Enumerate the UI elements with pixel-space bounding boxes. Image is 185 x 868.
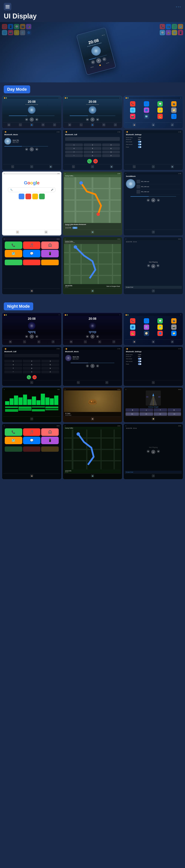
cp-messages[interactable]: 💬 <box>23 250 41 257</box>
n-app-msg[interactable]: 💬 <box>157 318 163 323</box>
n-dial-7[interactable]: 7 <box>4 367 22 370</box>
n-prev-1[interactable]: ⏮ <box>25 335 28 338</box>
n-dial-8[interactable]: 8 <box>23 367 41 370</box>
dial-3[interactable]: 3 <box>102 144 120 146</box>
cp-app1[interactable]: 📱 <box>41 250 59 257</box>
day-screen-launcher[interactable]: 📶 🔋 ≡ 📞 🎵 💬 🎬 🌐 🔵 ⚙️ 📁 📸 🗺️ 📻 🔵 <box>124 96 183 128</box>
n-np-play[interactable]: ▶ <box>151 450 155 454</box>
social-next[interactable]: ⏭ <box>157 199 160 202</box>
day-screen-carplay[interactable]: ≡ 18:64 📞 🎵 🎧 🗺️ 💬 📱 🏠 <box>2 237 61 294</box>
n-app-bt2[interactable]: 🔵 <box>157 331 163 336</box>
dots-menu-icon[interactable]: ··· <box>176 4 181 10</box>
day-screen-map[interactable]: ≡ 13:58 Sunny Coffee... <box>63 172 122 236</box>
menu-icon[interactable] <box>4 3 11 10</box>
auto-answer-toggle[interactable] <box>138 141 141 143</box>
cp-phone[interactable]: 📞 <box>5 242 22 249</box>
steer-ctrl-3[interactable]: ▼ <box>154 408 167 412</box>
dial-4[interactable]: 4 <box>65 147 83 150</box>
app-nav[interactable]: 🗺️ <box>144 114 149 119</box>
n-next-2[interactable]: ⏭ <box>96 335 99 338</box>
np-next[interactable]: ⏭ <box>157 264 160 267</box>
night-screen-music-2[interactable]: 📶 🔋 ≡ 20:08 ⏮ <box>63 313 122 345</box>
n-dial-6[interactable]: 6 <box>41 363 59 366</box>
steer-ctrl-7[interactable]: BA <box>154 412 167 416</box>
day-screen-bt-music[interactable]: ≡ 📶 17:46 Bluetooth_Music Music Title Mu… <box>2 129 61 170</box>
map-go-btn[interactable]: GO <box>73 227 78 229</box>
n-app-music[interactable]: 🎵 <box>144 318 149 323</box>
app-phone[interactable]: 📞 <box>130 101 135 106</box>
day-screen-bt-settings[interactable]: ≡ 📶 17:46 Bluetooth_Settings Device name… <box>124 129 183 170</box>
dial-8[interactable]: 8 <box>84 151 101 153</box>
day-screen-nav-full[interactable]: ≡ 18:93 Sunny Coffee Modern Restaurant <box>63 237 122 294</box>
n-dial-hash[interactable]: # <box>41 370 59 373</box>
steer-ctrl-1[interactable]: ◀ <box>126 408 139 412</box>
n-bt-prev[interactable]: ⏮ <box>86 365 89 367</box>
day-screen-not-playing[interactable]: ≡ 18:93 18:19 ETA 9.0 mi Not Playing ⏮ ▶… <box>124 237 183 294</box>
n-bt-next[interactable]: ⏭ <box>96 365 99 367</box>
night-screen-bt-settings[interactable]: ≡ 📶 17:46 Bluetooth_Settings Device name… <box>124 346 183 386</box>
app-browser[interactable]: 🌐 <box>130 107 135 113</box>
n-dial-0[interactable]: 0 <box>23 370 41 373</box>
night-screen-bt-call[interactable]: ≡ 📶 17:46 Bluetooth_Call 1 2 3 4 5 6 7 8… <box>2 346 61 386</box>
steer-ctrl-8[interactable]: HO <box>168 412 181 416</box>
n-app-nav[interactable]: 🧭 <box>144 331 149 336</box>
n-prev-2[interactable]: ⏮ <box>86 335 89 338</box>
play-btn-2[interactable]: ⏸ <box>90 118 95 122</box>
app-settings[interactable]: ⚙️ <box>157 107 163 113</box>
n-cp-msg[interactable]: 💬 <box>23 437 41 444</box>
bt-play[interactable]: ⏸ <box>30 147 34 151</box>
n-auto-connect-toggle[interactable] <box>138 361 141 362</box>
dial-2[interactable]: 2 <box>84 144 101 146</box>
n-cp-phone[interactable]: 📞 <box>5 428 22 436</box>
n-app-files[interactable]: 📁 <box>171 331 177 336</box>
n-app-set[interactable]: ⚙️ <box>144 324 149 330</box>
day-screen-social[interactable]: ≡ 17:46 SocialMusic 华乐_319E.mp3 <box>124 172 183 236</box>
n-cp-podcast[interactable]: 🎧 <box>41 428 59 436</box>
n-np-prev[interactable]: ⏮ <box>147 450 150 453</box>
dial-6[interactable]: 6 <box>102 147 120 150</box>
prev-btn-1[interactable]: ⏮ <box>25 118 28 121</box>
play-btn-1[interactable]: ⏸ <box>30 118 34 122</box>
cp-music[interactable]: 🎵 <box>23 242 41 249</box>
n-dial-star[interactable]: * <box>4 370 22 373</box>
google-search-bar[interactable]: 🔍 🎤 <box>8 187 56 192</box>
app-messages[interactable]: 💬 <box>157 101 163 106</box>
social-play[interactable]: ▶ <box>151 198 155 202</box>
dial-5[interactable]: 5 <box>84 147 101 150</box>
app-files[interactable]: 📁 <box>171 107 177 113</box>
n-dial-3[interactable]: 3 <box>41 360 59 363</box>
next-btn-2[interactable]: ⏭ <box>96 118 99 121</box>
n-bt-play[interactable]: ⏸ <box>90 364 95 368</box>
n-dial-4[interactable]: 4 <box>4 363 22 366</box>
steer-ctrl-2[interactable]: ▲ <box>139 408 153 412</box>
n-app-bt[interactable]: 🔵 <box>130 324 135 330</box>
day-screen-google[interactable]: ≡ 1:54 Google 🔍 🎤 <box>2 172 61 236</box>
bt-next[interactable]: ⏭ <box>35 148 38 151</box>
night-screen-bt-music[interactable]: ≡ 📶 17:46 Bluetooth_Music Music Title Mu… <box>63 346 122 386</box>
dial-star[interactable]: * <box>65 154 83 157</box>
n-app-cam[interactable]: 📸 <box>171 324 177 330</box>
night-screen-music-1[interactable]: 📶 🔋 ≡ 20:08 ⏮ <box>2 313 61 345</box>
n-np-next[interactable]: ⏭ <box>157 450 160 453</box>
night-screen-steering[interactable]: ≡ 18:93 <box>124 387 183 423</box>
n-dial-5[interactable]: 5 <box>23 363 41 366</box>
n-cp-music[interactable]: 🎵 <box>23 428 41 436</box>
end-btn[interactable]: 📵 <box>93 159 98 163</box>
n-app-video[interactable]: 🎬 <box>171 318 177 323</box>
bt-prev[interactable]: ⏮ <box>25 148 28 151</box>
n-auto-answer-toggle[interactable] <box>138 358 141 360</box>
app-radio[interactable]: 📻 <box>157 114 163 119</box>
n-answer-btn[interactable]: 📞 <box>27 375 31 379</box>
steer-ctrl-5[interactable]: MU <box>126 412 139 416</box>
n-dial-9[interactable]: 9 <box>41 367 59 370</box>
app-video[interactable]: 🎬 <box>171 101 177 106</box>
steer-ctrl-4[interactable]: ▶ <box>168 408 181 412</box>
np-prev[interactable]: ⏮ <box>147 264 150 267</box>
dial-hash[interactable]: # <box>102 154 120 157</box>
night-screen-nav[interactable]: ≡ 18:93 Sunny Coffee <box>63 424 122 479</box>
next-btn-1[interactable]: ⏭ <box>35 118 38 121</box>
n-cp-maps[interactable]: 🗺️ <box>5 437 22 444</box>
night-screen-launcher[interactable]: 📶 🔋 ≡ 📞 🎵 💬 🎬 🔵 ⚙️ 🗺️ 📸 📻 🧭 🔵 📁 <box>124 313 183 345</box>
cp-podcast[interactable]: 🎧 <box>41 242 59 249</box>
cp-maps[interactable]: 🗺️ <box>5 250 22 257</box>
